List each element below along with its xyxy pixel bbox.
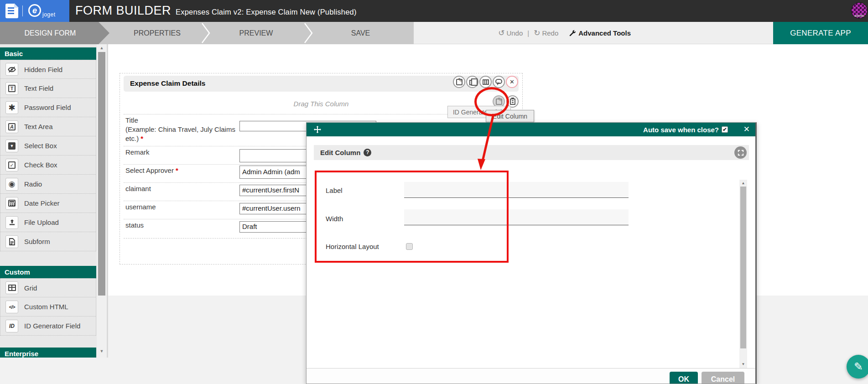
drag-column-hint: Drag This Column bbox=[294, 100, 349, 108]
palette-item-label: ID Generator Field bbox=[24, 322, 80, 330]
undo-label: Undo bbox=[506, 29, 523, 37]
field-sublabel-text: (Example: China Travel, July Claims etc.… bbox=[125, 125, 235, 142]
pencil-icon: ✎ bbox=[854, 360, 863, 373]
comment-button[interactable] bbox=[493, 76, 505, 88]
tab-save[interactable]: SAVE bbox=[307, 22, 414, 44]
field-label-text: Title bbox=[125, 116, 138, 124]
tooltip-edit-column: Edit Column bbox=[486, 110, 534, 122]
palette-item-select-box[interactable]: ▼ Select Box bbox=[0, 136, 96, 156]
redo-label: Redo bbox=[542, 29, 558, 37]
palette-item-radio[interactable]: ◉ Radio bbox=[0, 175, 96, 194]
horizontal-layout-label: Horizontal Layout bbox=[326, 243, 379, 250]
comment-icon bbox=[495, 79, 502, 84]
scroll-up-icon[interactable]: ▲ bbox=[97, 46, 107, 50]
dialog-titlebar[interactable]: Auto save when close? ✔ ✕ bbox=[307, 123, 755, 136]
scroll-up-icon[interactable]: ▲ bbox=[739, 181, 747, 185]
autosave-checkbox[interactable]: ✔ bbox=[722, 126, 728, 133]
close-icon: ✕ bbox=[509, 78, 515, 85]
brand-block[interactable]: e joget bbox=[0, 0, 69, 22]
palette-item-label: File Upload bbox=[24, 218, 59, 226]
width-input[interactable] bbox=[404, 209, 629, 225]
file-upload-icon bbox=[5, 216, 18, 229]
palette-item-label: Date Picker bbox=[24, 199, 60, 207]
help-icon[interactable]: ? bbox=[364, 149, 371, 156]
canvas-left-edge bbox=[107, 44, 108, 358]
custom-html-icon: </> bbox=[5, 301, 18, 313]
grid-icon bbox=[5, 281, 18, 294]
field-label: Select Approver bbox=[125, 166, 178, 174]
palette-scrollbar-thumb[interactable] bbox=[98, 52, 105, 296]
check-box-icon: ✓ bbox=[5, 159, 18, 171]
copy-section-button[interactable] bbox=[466, 76, 478, 88]
palette-section-enterprise[interactable]: Enterprise bbox=[0, 348, 96, 358]
palette-item-label: Subform bbox=[24, 238, 50, 245]
paste-icon bbox=[510, 99, 515, 105]
form-builder-app: e joget FORM BUILDERExpenses Claim v2: E… bbox=[0, 0, 868, 384]
tab-preview[interactable]: PREVIEW bbox=[205, 22, 307, 44]
dialog-scrollbar[interactable]: ▲ ▼ bbox=[739, 180, 747, 368]
select-box-icon: ▼ bbox=[5, 140, 18, 152]
element-palette: Basic Hidden Field T Text Field ✱ Passwo… bbox=[0, 44, 108, 358]
scroll-down-icon[interactable]: ▼ bbox=[97, 349, 107, 353]
palette-section-custom[interactable]: Custom bbox=[0, 266, 96, 278]
joget-logo: e joget bbox=[28, 3, 65, 19]
palette-item-label: Custom HTML bbox=[24, 303, 68, 311]
hidden-field-icon bbox=[5, 63, 18, 76]
copy-icon bbox=[469, 80, 474, 85]
cancel-button[interactable]: Cancel bbox=[702, 372, 744, 384]
palette-item-subform[interactable]: Subform bbox=[0, 232, 96, 251]
delete-section-button[interactable]: ✕ bbox=[506, 76, 518, 88]
scroll-down-icon[interactable]: ▼ bbox=[739, 362, 747, 366]
palette-item-password-field[interactable]: ✱ Password Field bbox=[0, 98, 96, 117]
dialog-close-button[interactable]: ✕ bbox=[743, 125, 750, 134]
document-icon bbox=[5, 4, 18, 18]
palette-item-custom-html[interactable]: </> Custom HTML bbox=[0, 297, 96, 317]
dialog-scrollbar-thumb[interactable] bbox=[740, 187, 746, 348]
palette-item-label: Check Box bbox=[24, 161, 57, 169]
ok-button[interactable]: OK bbox=[670, 372, 698, 384]
top-bar: e joget FORM BUILDERExpenses Claim v2: E… bbox=[0, 0, 868, 22]
advanced-tools-button[interactable]: Advanced Tools bbox=[569, 29, 631, 37]
app-title-text: FORM BUILDER bbox=[75, 4, 171, 17]
palette-items-basic: Hidden Field T Text Field ✱ Password Fie… bbox=[0, 60, 96, 251]
move-icon[interactable] bbox=[314, 126, 321, 133]
palette-item-date-picker[interactable]: Date Picker bbox=[0, 194, 96, 213]
palette-item-hidden-field[interactable]: Hidden Field bbox=[0, 60, 96, 79]
app-title: FORM BUILDERExpenses Claim v2: Expense C… bbox=[75, 4, 357, 18]
tab-design-form[interactable]: DESIGN FORM bbox=[0, 22, 109, 44]
id-generator-icon: ID bbox=[5, 320, 18, 332]
label-field-label: Label bbox=[326, 187, 343, 194]
palette-item-label: Password Field bbox=[24, 104, 71, 111]
palette-item-label: Select Box bbox=[24, 142, 57, 150]
palette-item-text-field[interactable]: T Text Field bbox=[0, 79, 96, 98]
horizontal-layout-checkbox[interactable] bbox=[406, 243, 413, 250]
edit-icon bbox=[496, 99, 502, 105]
palette-item-label: Radio bbox=[24, 180, 42, 188]
palette-item-text-area[interactable]: A Text Area bbox=[0, 117, 96, 136]
palette-section-basic[interactable]: Basic bbox=[0, 47, 96, 60]
undo-button[interactable]: ↺Undo bbox=[498, 28, 523, 38]
palette-item-file-upload[interactable]: File Upload bbox=[0, 213, 96, 232]
generate-app-button[interactable]: GENERATE APP bbox=[773, 22, 868, 44]
avatar-label: admin bbox=[852, 14, 867, 18]
avatar[interactable]: admin bbox=[851, 2, 868, 19]
label-input[interactable] bbox=[404, 182, 629, 198]
dialog-footer: OK Cancel bbox=[307, 368, 755, 384]
tab-chevron-icon bbox=[201, 22, 211, 44]
palette-item-label: Text Area bbox=[24, 123, 53, 130]
floating-edit-button[interactable]: ✎ bbox=[847, 355, 868, 379]
palette-item-id-generator[interactable]: ID ID Generator Field bbox=[0, 317, 96, 336]
redo-button[interactable]: ↻Redo bbox=[534, 28, 558, 38]
password-field-icon: ✱ bbox=[5, 101, 18, 114]
field-label: Title (Example: China Travel, July Claim… bbox=[125, 116, 243, 143]
edit-section-button[interactable] bbox=[453, 76, 465, 88]
palette-item-grid[interactable]: Grid bbox=[0, 278, 96, 297]
joget-wordmark: joget bbox=[42, 11, 56, 18]
fullscreen-button[interactable] bbox=[734, 146, 747, 159]
edit-icon bbox=[456, 79, 463, 85]
palette-scrollbar[interactable]: ▲ ▼ bbox=[97, 44, 107, 358]
field-label: Remark bbox=[125, 148, 243, 157]
palette-item-check-box[interactable]: ✓ Check Box bbox=[0, 156, 96, 175]
tab-properties[interactable]: PROPERTIES bbox=[109, 22, 205, 44]
columns-button[interactable] bbox=[479, 76, 492, 88]
